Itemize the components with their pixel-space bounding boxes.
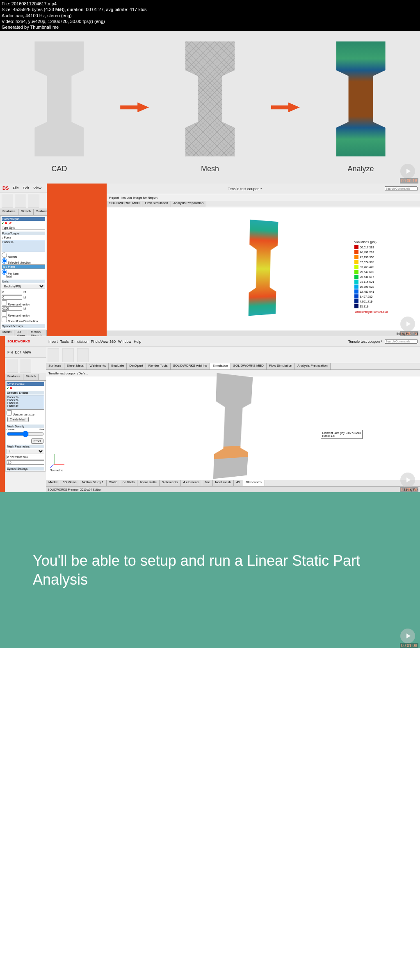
per-item-radio[interactable] bbox=[2, 269, 7, 275]
tree-root[interactable]: Tensile test coupon (Defa... bbox=[48, 372, 88, 375]
tab-localmesh[interactable]: local mesh bbox=[213, 480, 234, 486]
tab-sketch[interactable]: Sketch bbox=[23, 374, 39, 380]
n1-input[interactable] bbox=[2, 290, 22, 294]
symbol-settings[interactable]: Symbol Settings bbox=[7, 467, 44, 470]
menu-simulation[interactable]: Simulation bbox=[71, 340, 89, 344]
menu-view[interactable]: View bbox=[23, 350, 31, 354]
ribbon-button[interactable] bbox=[77, 348, 89, 362]
tab-motion[interactable]: Motion Study 1 bbox=[28, 330, 47, 336]
ok-icon[interactable]: ✔ bbox=[2, 222, 4, 225]
tab-sheetmetal[interactable]: Sheet Metal bbox=[64, 363, 87, 370]
ribbon-button[interactable] bbox=[20, 359, 31, 373]
menu-file[interactable]: File bbox=[13, 186, 19, 190]
tab-evaluate[interactable]: Evaluate bbox=[109, 363, 127, 370]
tab-features[interactable]: Features bbox=[5, 374, 23, 380]
face-list[interactable]: Face<1> Face<2> Face<3> Face<4> bbox=[7, 395, 44, 410]
tab-3dviews[interactable]: 3D Views bbox=[14, 330, 28, 336]
face-item[interactable]: Face<4> bbox=[7, 404, 43, 407]
tab-model[interactable]: Model bbox=[46, 480, 60, 486]
face-item[interactable]: Face<1> bbox=[7, 396, 43, 399]
search-input[interactable] bbox=[385, 186, 418, 191]
tab-simulation[interactable]: Simulation bbox=[210, 363, 231, 370]
tab-surfaces[interactable]: Surfaces bbox=[46, 363, 64, 370]
include-image-btn[interactable]: Include Image for Report bbox=[121, 196, 158, 200]
ratio-input[interactable] bbox=[7, 460, 44, 465]
tab-addins[interactable]: SOLIDWORKS Add-Ins bbox=[171, 363, 210, 370]
menu-tools[interactable]: Tools bbox=[60, 340, 69, 344]
legend-value: 37,574.383 bbox=[360, 261, 374, 264]
tab-dimxpert[interactable]: DimXpert bbox=[127, 363, 146, 370]
pin-icon[interactable]: 📌 bbox=[8, 222, 12, 225]
use-per-part-check[interactable] bbox=[7, 410, 12, 415]
unit-select[interactable]: in bbox=[7, 449, 44, 454]
tab-fine[interactable]: fine bbox=[202, 480, 213, 486]
cancel-icon[interactable]: ✖ bbox=[5, 222, 7, 225]
ribbon-button[interactable] bbox=[7, 359, 18, 373]
menu-view[interactable]: View bbox=[33, 186, 41, 190]
n2-input[interactable] bbox=[2, 295, 22, 300]
reverse-dir-check[interactable] bbox=[2, 300, 7, 305]
tab-4x[interactable]: 4X bbox=[234, 480, 243, 486]
density-slider[interactable] bbox=[7, 431, 44, 437]
tab-static[interactable]: Static bbox=[107, 480, 120, 486]
menu-file[interactable]: File bbox=[7, 350, 14, 354]
cancel-icon[interactable]: ✖ bbox=[10, 387, 12, 390]
create-mesh-button[interactable]: Create Mesh bbox=[7, 417, 29, 422]
menu-photoview[interactable]: PhotoView 360 bbox=[91, 340, 116, 344]
viewport[interactable]: Element Size (in): 0.02733213 Ratio: 1.5… bbox=[46, 376, 420, 480]
tab-model[interactable]: Model bbox=[0, 330, 14, 336]
ribbon-button[interactable] bbox=[48, 348, 59, 362]
face-item[interactable]: Face<3> bbox=[7, 402, 43, 404]
fea-result-model[interactable] bbox=[249, 220, 278, 316]
search-input[interactable] bbox=[385, 339, 418, 344]
ribbon-button[interactable] bbox=[15, 194, 26, 208]
tab-analysis[interactable]: Analysis Preparation bbox=[295, 363, 330, 370]
tab-mbd[interactable]: SOLIDWORKS MBD bbox=[107, 201, 142, 207]
top-plane-selection[interactable]: Top Plane bbox=[2, 264, 45, 269]
force-icon[interactable]: ↓ bbox=[2, 236, 3, 239]
type-split-tabs[interactable]: Type Split bbox=[2, 226, 45, 230]
tab-flow[interactable]: Flow Simulation bbox=[142, 201, 171, 207]
reset-button[interactable]: Reset bbox=[31, 438, 43, 444]
menu-edit[interactable]: Edit bbox=[23, 186, 30, 190]
tab-render[interactable]: Render Tools bbox=[146, 363, 171, 370]
view-triad[interactable]: *Isometric bbox=[50, 452, 66, 472]
tab-analysis[interactable]: Analysis Preparation bbox=[171, 201, 206, 207]
force-value-input[interactable] bbox=[2, 306, 22, 311]
tab-filletcontrol[interactable]: fillet control bbox=[243, 480, 265, 486]
selected-dir-radio[interactable] bbox=[2, 258, 7, 264]
units-select[interactable]: English (IPS) bbox=[2, 284, 45, 289]
viewport[interactable]: von Mises (psi) 50,617.383 46,491.262 42… bbox=[107, 207, 420, 330]
play-button[interactable] bbox=[400, 629, 415, 643]
tab-sketch[interactable]: Sketch bbox=[18, 209, 34, 215]
menu-help[interactable]: Help bbox=[134, 340, 142, 344]
tab-nofillets[interactable]: no fillets bbox=[120, 480, 137, 486]
reverse-dir-label2: Reverse direction bbox=[8, 314, 30, 317]
ribbon-button[interactable] bbox=[28, 194, 39, 208]
nonuniform-check[interactable] bbox=[2, 317, 7, 322]
menu-window[interactable]: Window bbox=[118, 340, 131, 344]
mesh-model[interactable] bbox=[213, 373, 253, 479]
tab-mbd[interactable]: SOLIDWORKS MBD bbox=[231, 363, 267, 370]
tab-flow[interactable]: Flow Simulation bbox=[267, 363, 295, 370]
tab-motion[interactable]: Motion Study 1 bbox=[79, 480, 106, 486]
play-button[interactable] bbox=[400, 164, 415, 179]
reverse-dir-check2[interactable] bbox=[2, 311, 7, 317]
tab-3elem[interactable]: 3 elements bbox=[160, 480, 181, 486]
tab-features[interactable]: Features bbox=[0, 209, 18, 215]
menu-insert[interactable]: Insert bbox=[48, 340, 58, 344]
report-btn[interactable]: Report bbox=[109, 196, 119, 200]
face-item[interactable]: Face<2> bbox=[7, 399, 43, 402]
symbol-settings[interactable]: Symbol Settings bbox=[2, 324, 45, 328]
ribbon-button[interactable] bbox=[62, 348, 74, 362]
tab-linear[interactable]: linear static bbox=[137, 480, 159, 486]
face-selection[interactable]: Face<1> bbox=[2, 240, 45, 252]
ok-icon[interactable]: ✔ bbox=[7, 387, 9, 390]
element-size-input[interactable] bbox=[7, 455, 44, 459]
tab-3dviews[interactable]: 3D Views bbox=[60, 480, 80, 486]
menu-edit[interactable]: Edit bbox=[15, 350, 22, 354]
tab-weldments[interactable]: Weldments bbox=[87, 363, 109, 370]
ribbon-button[interactable] bbox=[2, 194, 13, 208]
normal-radio[interactable] bbox=[2, 252, 7, 258]
tab-4elem[interactable]: 4 elements bbox=[181, 480, 202, 486]
